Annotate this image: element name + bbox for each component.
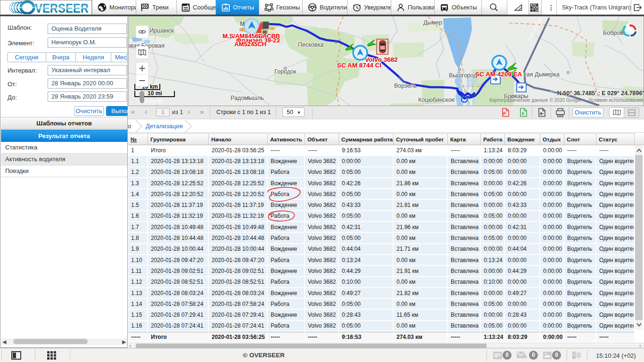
svg-text:М: М (240, 21, 245, 27)
svg-text:Иршанск: Иршанск (149, 27, 174, 34)
svg-text:Дымер: Дымер (423, 19, 442, 26)
svg-text:Коцюбинское: Коцюбинское (418, 97, 455, 103)
svg-text:P: P (503, 111, 506, 116)
svg-text:AM5245CH: AM5245CH (234, 41, 266, 48)
svg-text:10 mi: 10 mi (148, 90, 162, 97)
svg-text:Песковка: Песковка (298, 41, 323, 48)
svg-text:Б: Б (242, 27, 246, 33)
svg-text:Картографические данные © 2020: Картографические данные © 2020 Google (489, 98, 581, 103)
svg-text:x: x (522, 111, 525, 116)
svg-text:SC AM 8744 CI: SC AM 8744 CI (337, 62, 381, 69)
svg-text:Радомышль: Радомышль (231, 95, 264, 101)
svg-text:Ворзель: Ворзель (394, 82, 417, 89)
svg-text:VERSEER: VERSEER (35, 1, 89, 15)
svg-text:m: m (270, 25, 275, 31)
svg-text:Вышгород: Вышгород (449, 72, 477, 79)
svg-text:Условия использования: Условия использования (588, 97, 644, 103)
svg-text:SC AM 4209 EA: SC AM 4209 EA (475, 71, 522, 78)
svg-text:N 50° 36.7485' : E 029° 24.789: N 50° 36.7485' : E 029° 24.7896' (557, 90, 644, 97)
svg-text:кая Дымерка: кая Дымерка (524, 71, 560, 78)
